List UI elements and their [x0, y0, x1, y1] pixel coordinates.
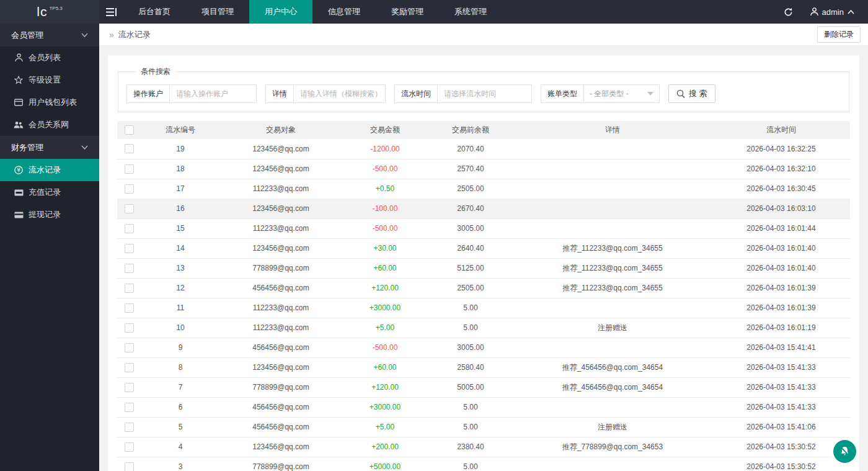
- balance-before-cell: 2670.40: [428, 199, 513, 218]
- search-legend: 条件搜索: [136, 66, 175, 77]
- search-form: 操作账户详情流水时间账单类型- 全部类型 -搜 索: [125, 84, 843, 103]
- nav-item-1[interactable]: 后台首页: [123, 0, 186, 24]
- row-checkbox-cell: [117, 417, 141, 437]
- trade-target-cell: 778899@qq.com: [220, 457, 342, 471]
- star-icon: [14, 76, 24, 84]
- row-checkbox[interactable]: [125, 164, 134, 174]
- row-checkbox-cell: [117, 318, 141, 338]
- nav-item-2[interactable]: 项目管理: [186, 0, 249, 24]
- nav-item-3[interactable]: 用户中心: [249, 0, 312, 24]
- nav-item-5[interactable]: 奖励管理: [376, 0, 439, 24]
- trade-amount-cell: +5.00: [342, 417, 428, 437]
- row-checkbox[interactable]: [125, 264, 134, 273]
- column-header: 交易对象: [220, 121, 342, 139]
- sidebar-item-会员列表[interactable]: 会员列表: [0, 47, 99, 69]
- trade-target-cell: 123456@qq.com: [220, 357, 342, 377]
- column-header: 详情: [513, 121, 712, 139]
- sidebar-item-流水记录[interactable]: ¥流水记录: [0, 159, 99, 181]
- row-checkbox[interactable]: [125, 383, 134, 392]
- sidebar-item-提现记录[interactable]: 提现记录: [0, 204, 99, 226]
- flow-table: 流水编号交易对象交易金额交易前余额详情流水时间 19123456@qq.com-…: [117, 121, 850, 471]
- row-checkbox[interactable]: [125, 442, 134, 452]
- balance-before-cell: 2640.40: [428, 238, 513, 258]
- sidebar-section-1[interactable]: 会员管理: [0, 24, 99, 47]
- delete-records-button[interactable]: 删除记录: [817, 26, 861, 43]
- flow-time-cell: 2026-04-03 15:30:52: [712, 437, 850, 457]
- table-row: 13778899@qq.com+60.005125.00推荐_112233@qq…: [117, 258, 850, 278]
- nav-item-6[interactable]: 系统管理: [439, 0, 502, 24]
- row-checkbox[interactable]: [125, 144, 134, 153]
- sidebar-item-充值记录[interactable]: 充值记录: [0, 181, 99, 204]
- logo[interactable]: lc TP5.3: [0, 0, 99, 24]
- chevron-down-icon: [81, 145, 88, 150]
- balance-before-cell: 3005.00: [428, 338, 513, 357]
- select-value: - 全部类型 -: [590, 89, 629, 99]
- nav-item-4[interactable]: 信息管理: [312, 0, 376, 24]
- row-checkbox[interactable]: [125, 224, 134, 233]
- sidebar-item-用户钱包列表[interactable]: 用户钱包列表: [0, 91, 99, 114]
- balance-before-cell: 5005.00: [428, 377, 513, 397]
- trade-target-cell: 456456@qq.com: [220, 278, 342, 298]
- sidebar-item-会员关系网[interactable]: 会员关系网: [0, 114, 99, 136]
- sidebar-item-label: 充值记录: [29, 187, 61, 198]
- trade-amount-cell: +5000.00: [342, 457, 428, 471]
- detail-cell: 推荐_112233@qq.com_34655: [513, 258, 712, 278]
- table-row: 16123456@qq.com-100.002670.402026-04-03 …: [117, 199, 850, 218]
- row-checkbox-cell: [117, 218, 141, 238]
- row-checkbox[interactable]: [125, 284, 134, 293]
- refresh-icon[interactable]: [773, 0, 804, 24]
- row-checkbox[interactable]: [125, 462, 134, 471]
- balance-before-cell: 2505.00: [428, 179, 513, 199]
- account-type-select[interactable]: - 全部类型 -: [584, 84, 660, 103]
- row-checkbox[interactable]: [125, 204, 134, 213]
- row-checkbox[interactable]: [125, 423, 134, 432]
- trade-amount-cell: -100.00: [342, 199, 428, 218]
- user-icon: [810, 7, 818, 16]
- sidebar-item-label: 等级设置: [29, 74, 61, 86]
- sidebar-section-2[interactable]: 财务管理: [0, 136, 99, 159]
- flow-time-cell: 2026-04-03 16:01:44: [712, 218, 850, 238]
- trade-amount-cell: +3000.00: [342, 397, 428, 417]
- flow-time-cell: 2026-04-03 15:41:41: [712, 338, 850, 357]
- search-input-3[interactable]: [438, 84, 532, 103]
- search-button[interactable]: 搜 索: [668, 84, 715, 103]
- trade-amount-cell: +3000.00: [342, 298, 428, 318]
- search-field-label: 流水时间: [394, 84, 438, 103]
- row-checkbox[interactable]: [125, 303, 134, 313]
- search-input-1[interactable]: [170, 84, 257, 103]
- row-checkbox[interactable]: [125, 323, 134, 333]
- row-checkbox[interactable]: [125, 403, 134, 412]
- flow-time-cell: 2026-04-03 15:41:33: [712, 357, 850, 377]
- row-checkbox[interactable]: [125, 244, 134, 253]
- detail-cell: [513, 218, 712, 238]
- trade-target-cell: 123456@qq.com: [220, 238, 342, 258]
- row-checkbox[interactable]: [125, 343, 134, 352]
- trade-target-cell: 123456@qq.com: [220, 437, 342, 457]
- notification-mute-button[interactable]: [833, 440, 856, 463]
- search-field-label: 详情: [265, 84, 294, 103]
- flow-id-cell: 3: [141, 457, 220, 471]
- search-field-label: 操作账户: [126, 84, 170, 103]
- column-header: 交易金额: [342, 121, 428, 139]
- sidebar-item-等级设置[interactable]: 等级设置: [0, 69, 99, 91]
- page-title: 流水记录: [118, 29, 151, 40]
- sidebar-item-label: 会员关系网: [29, 119, 69, 130]
- table-row: 15112233@qq.com-500.003005.002026-04-03 …: [117, 218, 850, 238]
- select-all-checkbox[interactable]: [125, 125, 134, 135]
- search-input-2[interactable]: [294, 84, 386, 103]
- collapse-menu-icon[interactable]: [99, 0, 123, 24]
- flow-time-cell: 2026-04-03 16:01:19: [712, 318, 850, 338]
- row-checkbox[interactable]: [125, 184, 134, 194]
- trade-amount-cell: -500.00: [342, 218, 428, 238]
- recharge-card-icon: [14, 189, 24, 196]
- flow-id-cell: 9: [141, 338, 220, 357]
- row-checkbox[interactable]: [125, 363, 134, 372]
- trade-target-cell: 123456@qq.com: [220, 199, 342, 218]
- search-field-4: 账单类型- 全部类型 -: [541, 84, 660, 103]
- trade-target-cell: 112233@qq.com: [220, 298, 342, 318]
- trade-amount-cell: -500.00: [342, 159, 428, 179]
- select-all-header: [117, 121, 141, 139]
- table-row: 12456456@qq.com+120.002505.00推荐_112233@q…: [117, 278, 850, 298]
- user-menu[interactable]: admin: [804, 0, 868, 24]
- table-row: 14123456@qq.com+30.002640.40推荐_112233@qq…: [117, 238, 850, 258]
